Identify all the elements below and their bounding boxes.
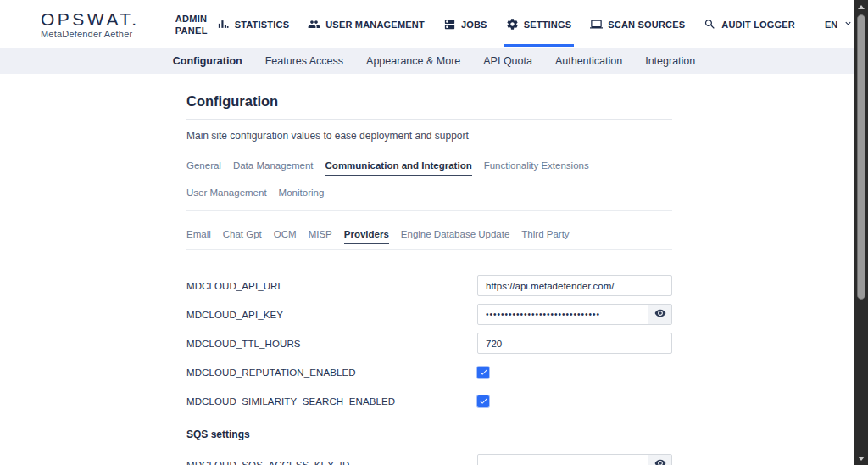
subtab-engine-database-update[interactable]: Engine Database Update [401,229,510,244]
settings-subnav: ConfigurationFeatures AccessAppearance &… [0,48,868,74]
admin-panel-line1: ADMIN [175,13,208,25]
mdcloud-api-key-input[interactable] [478,305,648,324]
nav-item-statistics[interactable]: STATISTICS [208,0,299,48]
eye-icon [654,307,666,322]
nav-item-audit-logger[interactable]: AUDIT LOGGER [694,0,804,48]
integration-subtabs: EmailChat GptOCMMISPProvidersEngine Data… [186,229,672,244]
scan-icon [590,18,603,31]
field-label: MDCLOUD_SQS_ACCESS_KEY_ID [186,460,477,465]
field-control [477,333,672,354]
main-content: Configuration Main site configuration va… [186,93,672,465]
tab-functionality-extensions[interactable]: Functionality Extensions [484,160,589,176]
mdcloud-similarity-search-enabled-checkbox[interactable] [477,395,489,407]
field-label: MDCLOUD_REPUTATION_ENABLED [186,367,477,378]
section-heading-sqs-settings: SQS settings [186,429,672,440]
language-selector[interactable]: EN [825,19,853,30]
configuration-tabs: GeneralData ManagementCommunication and … [186,160,672,204]
form-row-mdcloud-api-url: MDCLOUD_API_URL [186,275,672,296]
form-row-mdcloud-api-key: MDCLOUD_API_KEY [186,304,672,325]
nav-item-label: JOBS [461,20,487,30]
subtab-email[interactable]: Email [186,229,211,244]
nav-item-label: AUDIT LOGGER [721,20,795,30]
mdcloud-sqs-access-key-id-input[interactable] [478,455,648,465]
form-row-mdcloud-sqs-access-key-id: MDCLOUD_SQS_ACCESS_KEY_ID [186,454,672,465]
scrollbar-thumb[interactable] [857,14,865,300]
admin-panel-label: ADMIN PANEL [175,13,208,36]
nav-item-label: STATISTICS [235,20,290,30]
scroll-down-arrow[interactable] [854,452,868,464]
users-icon [308,18,320,31]
field-control [477,275,672,296]
field-control [477,395,672,407]
subtab-providers[interactable]: Providers [344,229,389,244]
tab-communication-and-integration[interactable]: Communication and Integration [326,160,472,176]
tab-monitoring[interactable]: Monitoring [279,188,325,204]
page-title: Configuration [186,93,672,109]
toggle-visibility-button[interactable] [648,455,671,465]
subtabs-divider [186,249,672,250]
field-label: MDCLOUD_SIMILARITY_SEARCH_ENABLED [186,396,477,406]
language-label: EN [825,20,837,30]
nav-item-jobs[interactable]: JOBS [434,0,497,48]
magnifier-icon [704,18,716,31]
subtab-ocm[interactable]: OCM [274,229,297,244]
field-label: MDCLOUD_TTL_HOURS [186,339,477,349]
nav-item-settings[interactable]: SETTINGS [497,0,581,48]
form-row-mdcloud-similarity-search-enabled: MDCLOUD_SIMILARITY_SEARCH_ENABLED [186,390,672,412]
toggle-visibility-button[interactable] [648,305,671,324]
app-header: OPSWAT. MetaDefender Aether ADMIN PANEL … [0,0,868,48]
brand-logo[interactable]: OPSWAT. MetaDefender Aether [41,9,140,39]
masked-input-group [477,454,672,465]
mdcloud-api-url-input[interactable] [477,275,672,296]
mdcloud-reputation-enabled-checkbox[interactable] [477,367,489,378]
form-row-mdcloud-reputation-enabled: MDCLOUD_REPUTATION_ENABLED [186,361,672,383]
eye-icon [654,457,666,465]
bar-chart-icon [217,18,230,31]
field-control [477,304,672,325]
masked-input-group [477,304,672,325]
subnav-item-api-quota[interactable]: API Quota [483,55,532,67]
main-nav: STATISTICSUSER MANAGEMENTJOBSSETTINGSSCA… [208,0,804,48]
admin-panel-line2: PANEL [175,25,208,36]
subnav-item-features-access[interactable]: Features Access [265,55,343,67]
nav-item-scan-sources[interactable]: SCAN SOURCES [581,0,694,48]
brand-name: OPSWAT. [41,9,140,29]
subnav-item-configuration[interactable]: Configuration [173,55,242,67]
nav-item-label: SCAN SOURCES [608,20,685,30]
server-icon [443,18,456,31]
section-divider [186,445,672,445]
subnav-item-appearance-more[interactable]: Appearance & More [366,55,460,67]
subnav-item-authentication[interactable]: Authentication [555,55,622,67]
chevron-down-icon [843,19,853,30]
providers-form: MDCLOUD_API_URLMDCLOUD_API_KEYMDCLOUD_TT… [186,275,672,465]
gear-icon [506,18,519,31]
tab-data-management[interactable]: Data Management [233,160,314,176]
tab-general[interactable]: General [186,160,221,176]
field-control [477,454,672,465]
nav-item-label: USER MANAGEMENT [326,20,425,30]
page-subtitle: Main site configuration values to ease d… [186,130,672,142]
subtab-third-party[interactable]: Third Party [521,229,569,244]
subtab-misp[interactable]: MISP [309,229,332,244]
vertical-scrollbar[interactable] [854,0,868,465]
field-control [477,367,672,378]
title-divider [186,119,672,120]
product-name: MetaDefender Aether [41,29,140,39]
field-label: MDCLOUD_API_KEY [186,310,477,320]
nav-item-user-management[interactable]: USER MANAGEMENT [298,0,434,48]
nav-item-label: SETTINGS [524,20,572,30]
field-label: MDCLOUD_API_URL [186,281,477,291]
tab-user-management[interactable]: User Management [186,188,267,204]
tabs-divider [186,210,672,211]
scroll-up-arrow[interactable] [854,1,868,13]
subtab-chat-gpt[interactable]: Chat Gpt [223,229,262,244]
subnav-item-integration[interactable]: Integration [645,55,695,67]
form-row-mdcloud-ttl-hours: MDCLOUD_TTL_HOURS [186,333,672,354]
mdcloud-ttl-hours-input[interactable] [477,333,672,354]
